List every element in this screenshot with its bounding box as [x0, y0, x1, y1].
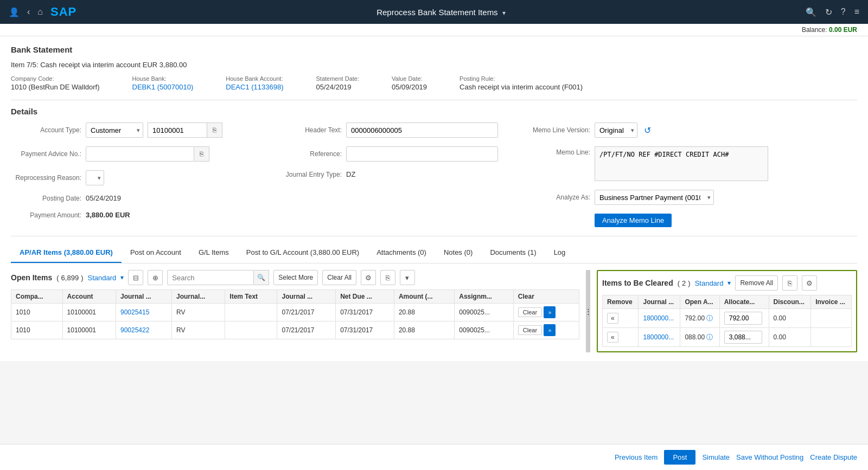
cell-company: 1010: [11, 321, 63, 339]
cell-open-amount-2: 088.00 ⓘ: [680, 328, 719, 347]
cleared-standard-arrow[interactable]: ▾: [727, 279, 731, 287]
tab-postToGl[interactable]: Post to G/L Account (3,880.00 EUR): [238, 243, 368, 263]
account-number-input[interactable]: [148, 123, 207, 138]
journal-link-2[interactable]: 90025422: [120, 326, 149, 334]
clear-button-1[interactable]: Clear: [518, 307, 542, 317]
payment-amount-label: Payment Amount:: [11, 211, 81, 219]
search-icon[interactable]: 🔍: [806, 7, 816, 17]
allocate-input-1[interactable]: [724, 312, 762, 325]
tab-glItems[interactable]: G/L Items: [190, 243, 238, 263]
select-more-button[interactable]: Select More: [273, 270, 318, 285]
cell-journal1[interactable]: 90025415: [116, 304, 171, 321]
memo-line-version-label: Memo Line Version:: [520, 126, 590, 134]
account-number-btn[interactable]: ⎘: [207, 123, 222, 138]
header-text-input[interactable]: [346, 123, 498, 138]
analyze-as-select[interactable]: Business Partner Payment (0010) Other: [595, 190, 714, 205]
clear-arrow-btn-2[interactable]: »: [544, 324, 556, 336]
payment-amount-row: Payment Amount: 3,880.00 EUR: [11, 211, 250, 219]
help-icon[interactable]: ?: [841, 7, 846, 17]
company-code-value: 1010 (BestRun DE Walldorf): [11, 83, 100, 91]
search-button[interactable]: 🔍: [254, 270, 269, 285]
balance-label: Balance:: [802, 26, 827, 34]
details-right-col: Memo Line Version: Original Custom ↺ Mem…: [520, 123, 768, 227]
open-items-standard-arrow[interactable]: ▾: [120, 274, 124, 281]
cleared-items-count-paren: (: [678, 279, 680, 287]
memo-line-textarea[interactable]: /PT/FT/NO REF #DIRECT CREDIT ACH#: [595, 146, 768, 181]
cleared-items-panel: Items to Be Cleared ( 2 ) Standard ▾ Rem…: [597, 270, 857, 352]
cleared-settings-btn[interactable]: ⚙: [802, 275, 817, 291]
details-section: Details Account Type: Customer Vendor G/…: [11, 107, 857, 227]
cleared-export-btn[interactable]: ⎘: [782, 275, 797, 291]
open-items-table: Compa... Account Journal ... Journal... …: [11, 289, 579, 339]
cell-assignment: 0090025...: [455, 321, 514, 339]
cell-journal-cleared-2: 1800000...: [639, 328, 680, 347]
col-discount: Discoun...: [769, 295, 811, 309]
clear-button-2[interactable]: Clear: [518, 325, 542, 335]
tab-postOnAccount[interactable]: Post on Account: [122, 243, 190, 263]
meta-row: Company Code: 1010 (BestRun DE Walldorf)…: [11, 75, 857, 91]
table-row: 1010 10100001 90025422 RV 07/21/2017 07/…: [11, 321, 579, 339]
info-icon-2[interactable]: ⓘ: [706, 333, 713, 341]
tab-log[interactable]: Log: [545, 243, 575, 263]
clear-arrow-btn-1[interactable]: »: [544, 306, 556, 318]
remove-btn-2[interactable]: «: [607, 332, 618, 343]
house-bank-account-value[interactable]: DEAC1 (1133698): [226, 83, 283, 91]
house-bank-value[interactable]: DEBK1 (50070010): [132, 83, 194, 91]
cell-journal1[interactable]: 90025422: [116, 321, 171, 339]
tab-apAr[interactable]: AP/AR Items (3,880.00 EUR): [11, 243, 122, 263]
clear-all-button[interactable]: Clear All: [322, 270, 356, 285]
cleared-standard-label[interactable]: Standard: [695, 279, 724, 287]
tab-notes[interactable]: Notes (0): [435, 243, 481, 263]
open-items-toolbar: Open Items ( 6,899 ) Standard ▾ ⊟ ⊕ 🔍 Se…: [11, 270, 579, 285]
details-title: Details: [11, 107, 857, 116]
tab-documents[interactable]: Documents (1): [481, 243, 545, 263]
refresh-icon[interactable]: ↻: [825, 7, 832, 17]
more-icon-btn[interactable]: ▾: [400, 270, 415, 285]
col-journal: Journal ...: [639, 295, 680, 309]
cell-remove: «: [603, 309, 639, 328]
col-journal3: Journal ...: [277, 290, 336, 304]
search-container: 🔍: [167, 270, 269, 285]
open-items-count-val: 6,899: [61, 274, 79, 282]
open-items-title: Open Items: [11, 273, 52, 282]
company-code-meta: Company Code: 1010 (BestRun DE Walldorf): [11, 75, 100, 91]
tab-attachments[interactable]: Attachments (0): [368, 243, 435, 263]
settings-icon-btn[interactable]: ⚙: [361, 270, 376, 285]
remove-all-button[interactable]: Remove All: [735, 275, 778, 291]
cell-discount-1: 0.00: [769, 309, 811, 328]
allocate-input-2[interactable]: [724, 331, 762, 344]
memo-line-version-select[interactable]: Original Custom: [595, 123, 637, 138]
reference-input[interactable]: [346, 146, 498, 162]
menu-icon[interactable]: ≡: [854, 7, 859, 17]
cell-journal2: RV: [171, 321, 225, 339]
memo-line-version-refresh-btn[interactable]: ↺: [642, 125, 653, 136]
posting-date-value: 05/24/2019: [86, 194, 121, 202]
cleared-journal-link-1[interactable]: 1800000...: [643, 314, 674, 322]
payment-advice-btn[interactable]: ⎘: [194, 146, 209, 162]
cleared-journal-link-2[interactable]: 1800000...: [643, 333, 674, 341]
reprocessing-reason-select[interactable]: [86, 170, 104, 185]
col-assignment: Assignm...: [455, 290, 514, 304]
journal-link-1[interactable]: 90025415: [120, 308, 149, 316]
info-icon-1[interactable]: ⓘ: [706, 314, 713, 322]
posting-rule-meta: Posting Rule: Cash receipt via interim a…: [459, 75, 583, 91]
home-icon[interactable]: ⌂: [37, 7, 43, 17]
export-icon-btn[interactable]: ⎘: [380, 270, 395, 285]
remove-btn-1[interactable]: «: [607, 313, 618, 324]
account-type-select[interactable]: Customer Vendor G/L Account: [86, 123, 143, 138]
globe-view-btn[interactable]: ⊕: [148, 270, 163, 285]
payment-advice-input[interactable]: [86, 146, 194, 162]
nav-left-icons: 👤 ‹ ⌂ SAP: [9, 5, 76, 19]
drag-handle[interactable]: ⋮: [586, 270, 590, 352]
search-input[interactable]: [167, 270, 254, 285]
col-amount: Amount (...: [394, 290, 454, 304]
back-icon[interactable]: ‹: [27, 7, 30, 17]
open-items-standard[interactable]: Standard: [87, 274, 116, 282]
list-view-btn[interactable]: ⊟: [128, 270, 143, 285]
col-company: Compa...: [11, 290, 63, 304]
user-icon[interactable]: 👤: [9, 7, 20, 17]
title-dropdown-icon[interactable]: ▾: [502, 9, 506, 17]
analyze-memo-line-button[interactable]: Analyze Memo Line: [595, 214, 672, 227]
sap-logo: SAP: [50, 5, 76, 19]
open-items-section: Open Items ( 6,899 ) Standard ▾ ⊟ ⊕ 🔍 Se…: [11, 270, 857, 352]
